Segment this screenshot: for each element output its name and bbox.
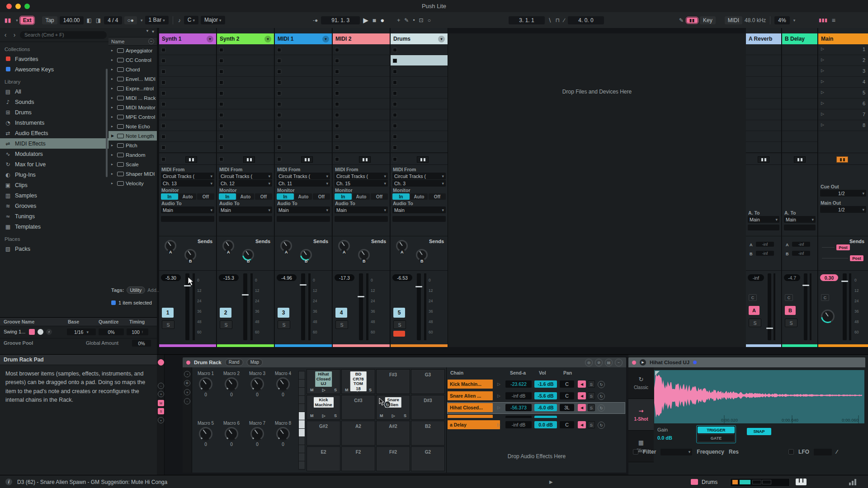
groove-quantize-field[interactable]: 0% [99,328,124,335]
clip-stop-icon[interactable] [277,91,281,95]
return-header[interactable]: B Delay [782,33,817,44]
chain-pan-field[interactable]: C [560,392,574,399]
clip-slot[interactable] [391,55,448,66]
expander-icon[interactable]: ▸ [111,115,115,119]
clip-stop-icon[interactable] [393,145,397,150]
pad-bank-segment[interactable] [299,461,305,469]
clip-stop-icon[interactable] [335,102,339,106]
clip-slot[interactable] [391,109,448,120]
scene-5[interactable]: ▷5 [818,88,868,99]
clip-slot[interactable] [217,120,274,131]
crossfade-assign-button[interactable]: C [821,294,829,301]
hot-swap-icon[interactable]: ↻ [598,381,605,388]
device-activator-icon[interactable] [158,359,164,366]
audio-to-menu[interactable]: Main▾ [219,206,272,213]
clip-stop-icon[interactable] [161,80,165,84]
solo-button[interactable]: S [220,320,232,329]
clip-stop-icon[interactable] [277,113,281,117]
chain-send-a-field[interactable]: -23.622 [505,380,532,388]
sidebar-item-modulators[interactable]: ∿Modulators [0,149,108,159]
track-delay-field[interactable] [161,216,214,222]
chain-activator-button[interactable]: ◀ [578,392,586,399]
volume-field[interactable]: 0.30 [820,274,838,281]
groove-commit-icon[interactable] [46,329,52,335]
auto-select-icon[interactable]: ◎ [585,359,593,366]
pad-bank-segment[interactable] [299,453,305,461]
chain-row-hihat-closed[interactable]: Hihat Closed...▷-56.373-6.0 dB3L◀S↻ [448,403,625,413]
clip-stop-icon[interactable] [277,124,281,128]
chain-toggle-icon[interactable]: ≡ [158,391,164,397]
clip-slot[interactable] [159,120,216,131]
clip-slot[interactable] [333,109,390,120]
clip-slot[interactable] [391,66,448,77]
clip-stop-icon[interactable] [335,135,339,139]
clip-slot[interactable] [391,131,448,142]
pad-play-icon[interactable]: ▷ [357,388,360,392]
groove-color-icon[interactable] [29,329,35,335]
chain-name[interactable]: a Delay [448,420,500,429]
clip-slot[interactable] [159,131,216,142]
cpu-chevron-icon[interactable]: ▾ [793,18,796,23]
volume-fader[interactable] [359,273,363,340]
chain-solo-button[interactable]: S [588,380,595,388]
chain-list-view-icon[interactable]: ≡ [184,389,190,395]
hot-swap-icon[interactable]: ↻ [598,422,605,429]
fader-handle[interactable] [766,328,773,329]
track-fold-icon[interactable]: ▾ [438,36,445,42]
crossfade-assign-button[interactable]: C [785,294,793,301]
key-root-menu[interactable]: C▾ [184,16,198,24]
session-empty-area[interactable]: Drop Files and Devices Here [448,33,746,347]
clip-slot[interactable] [275,120,332,131]
audio-to-menu[interactable]: Main▾ [277,206,330,213]
clip-slot[interactable] [391,77,448,88]
track-delay-field[interactable] [392,216,446,222]
fader-handle[interactable] [415,286,422,287]
scene-3[interactable]: ▷3 [818,66,868,77]
clip-slot[interactable] [217,44,274,55]
chain-volume-field[interactable]: -6.0 dB [534,404,557,411]
clip-stop-icon[interactable] [219,157,223,161]
automation-arm-button[interactable]: ✎ [403,17,410,23]
clip-stop-icon[interactable] [219,91,223,95]
fader-handle[interactable] [300,284,307,286]
scene-play-icon[interactable]: ▷ [821,68,824,73]
track-delay-field[interactable] [277,216,330,222]
list-item-chord[interactable]: ▸Chord [108,65,157,74]
clip-stop-icon[interactable] [161,59,165,63]
monitor-auto-button[interactable]: Auto [353,193,370,200]
sidebar-item-drums[interactable]: ⊞Drums [0,107,108,117]
macro-7[interactable]: Macro 70 [245,421,270,447]
sidebar-scrollbar[interactable] [106,69,108,177]
track-fold-icon[interactable]: ▾ [207,36,213,42]
clip-stop-icon[interactable] [277,80,281,84]
play-button[interactable]: ▶ [362,16,369,24]
cue-out-menu[interactable]: 1/2▾ [820,190,866,197]
clip-slot[interactable] [333,55,390,66]
chain-activator-button[interactable]: ◀ [578,421,586,428]
clip-slot[interactable] [275,66,332,77]
groove-row[interactable]: Swing 1... 1/16▾ 0% 100↕ [0,326,157,338]
clip-stop-icon[interactable] [161,124,165,128]
input-channel-menu[interactable]: Ch. 15▾ [335,180,388,187]
clip-stop-icon[interactable] [335,124,339,128]
chain-volume-field[interactable]: -5.6 dB [534,392,557,399]
pad-bank-segment[interactable] [299,445,305,453]
clip-stop-icon[interactable] [335,145,339,150]
drum-rack-power-icon[interactable] [186,361,190,365]
draw-mode-button[interactable]: ✎ [678,17,684,23]
fold-icon[interactable]: ▾ [152,29,154,36]
monitor-in-button[interactable]: In [392,193,410,200]
input-type-menu[interactable]: Circuit Tracks (▾ [161,173,214,179]
clip-stop-icon[interactable] [393,70,397,74]
expander-icon[interactable]: ▸ [111,143,115,147]
return-activator-button[interactable]: B [785,306,796,315]
track-delay-field[interactable] [748,225,779,230]
track-activator-button[interactable]: 2 [220,308,231,318]
track-activator-button[interactable]: 1 [162,308,174,318]
clip-stop-icon[interactable] [335,59,339,63]
sidebar-item-templates[interactable]: ▦Templates [0,221,108,232]
clip-stop-icon[interactable] [277,157,281,161]
expander-icon[interactable]: ▸ [111,172,115,176]
rand-button[interactable]: Rand [225,359,243,366]
track-delay-field[interactable] [335,216,388,222]
